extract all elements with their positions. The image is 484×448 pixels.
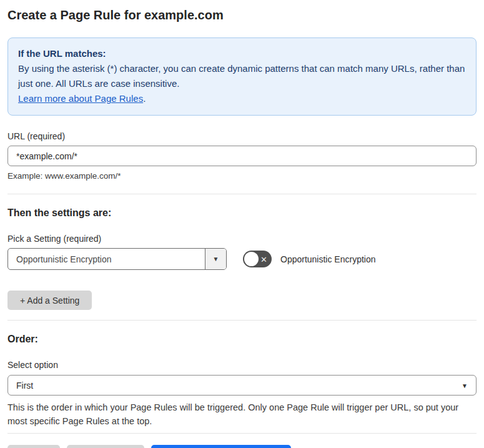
- learn-more-link[interactable]: Learn more about Page Rules: [18, 93, 143, 104]
- add-setting-button[interactable]: + Add a Setting: [7, 291, 92, 310]
- save-draft-button[interactable]: Save as Draft: [67, 445, 145, 448]
- footer-actions: Cancel Save as Draft Save and Deploy Pag…: [7, 445, 477, 448]
- cancel-button[interactable]: Cancel: [7, 445, 60, 448]
- toggle-knob: [244, 252, 259, 266]
- section-divider: [7, 194, 477, 194]
- url-matches-info-box: If the URL matches: By using the asteris…: [7, 37, 477, 116]
- link-period: .: [143, 93, 146, 104]
- section-divider: [7, 320, 477, 321]
- opportunistic-encryption-toggle[interactable]: ✕: [243, 251, 272, 267]
- order-help-text: This is the order in which your Page Rul…: [7, 401, 470, 428]
- info-box-heading: If the URL matches:: [18, 46, 466, 61]
- select-option-label: Select option: [7, 360, 477, 371]
- settings-section-heading: Then the settings are:: [7, 207, 477, 219]
- page-title: Create a Page Rule for example.com: [7, 7, 477, 22]
- order-select-value: First: [16, 381, 33, 391]
- save-deploy-button[interactable]: Save and Deploy Page Rule: [151, 445, 291, 448]
- setting-row: Opportunistic Encryption ▼ ✕ Opportunist…: [7, 248, 477, 270]
- pick-setting-label: Pick a Setting (required): [7, 234, 477, 244]
- setting-select-value: Opportunistic Encryption: [8, 249, 205, 269]
- toggle-label: Opportunistic Encryption: [280, 254, 376, 264]
- url-example-text: Example: www.example.com/*: [7, 171, 477, 181]
- chevron-down-icon[interactable]: ▼: [205, 249, 226, 269]
- footer-divider: [7, 433, 477, 434]
- setting-select[interactable]: Opportunistic Encryption ▼: [7, 248, 227, 270]
- toggle-off-x-icon: ✕: [260, 255, 267, 263]
- order-section-heading: Order:: [7, 333, 477, 345]
- url-field-label: URL (required): [7, 131, 477, 142]
- url-input[interactable]: [7, 146, 477, 166]
- info-box-link-line: Learn more about Page Rules.: [18, 91, 466, 106]
- order-select[interactable]: First ▼: [7, 375, 477, 396]
- chevron-down-icon: ▼: [462, 382, 468, 389]
- info-box-body: By using the asterisk (*) character, you…: [18, 61, 466, 91]
